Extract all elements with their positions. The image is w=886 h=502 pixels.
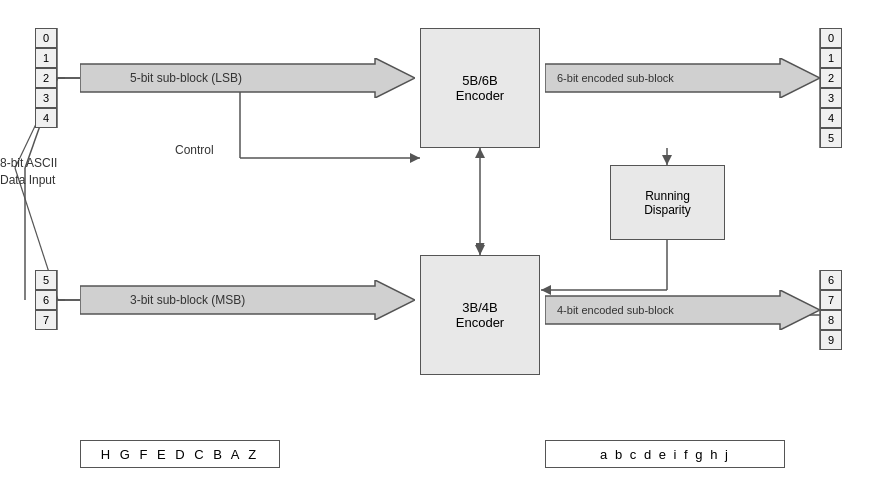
bit-box-out-4: 4 (820, 108, 842, 128)
svg-text:4-bit encoded sub-block: 4-bit encoded sub-block (557, 304, 674, 316)
svg-marker-20 (410, 153, 420, 163)
encoder-3b4b: 3B/4BEncoder (420, 255, 540, 375)
bit-box-0: 0 (35, 28, 57, 48)
running-disparity-box: RunningDisparity (610, 165, 725, 240)
bit-box-out-9: 9 (820, 330, 842, 350)
bit-box-1: 1 (35, 48, 57, 68)
control-label: Control (175, 143, 214, 157)
bit-box-3: 3 (35, 88, 57, 108)
bit-box-out-8: 8 (820, 310, 842, 330)
bit-box-out-0: 0 (820, 28, 842, 48)
svg-marker-18 (475, 245, 485, 255)
svg-marker-15 (662, 155, 672, 165)
bit-box-out-6: 6 (820, 270, 842, 290)
bottom-label-right: a b c d e i f g h j (545, 440, 785, 468)
bit-box-out-7: 7 (820, 290, 842, 310)
bit-box-out-5: 5 (820, 128, 842, 148)
svg-text:3-bit sub-block (MSB): 3-bit sub-block (MSB) (130, 293, 245, 307)
bit-box-out-3: 3 (820, 88, 842, 108)
encoder-5b6b: 5B/6BEncoder (420, 28, 540, 148)
bit-box-5: 5 (35, 270, 57, 290)
svg-text:5-bit sub-block (LSB): 5-bit sub-block (LSB) (130, 71, 242, 85)
bit-box-4: 4 (35, 108, 57, 128)
svg-marker-19 (475, 148, 485, 158)
data-input-label: 8-bit ASCIIData Input (0, 155, 57, 189)
bit-box-2: 2 (35, 68, 57, 88)
svg-text:6-bit encoded sub-block: 6-bit encoded sub-block (557, 72, 674, 84)
bit-box-7: 7 (35, 310, 57, 330)
bit-box-6: 6 (35, 290, 57, 310)
bit-box-out-1: 1 (820, 48, 842, 68)
bottom-label-left: H G F E D C B A Z (80, 440, 280, 468)
bit-box-out-2: 2 (820, 68, 842, 88)
